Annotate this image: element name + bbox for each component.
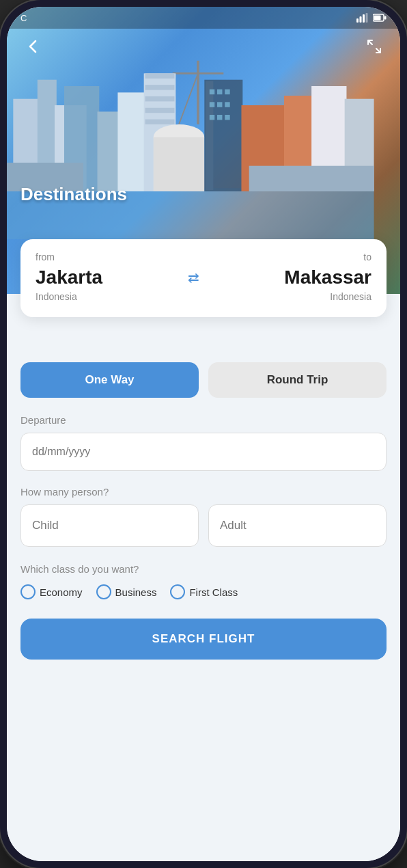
persons-label: How many person? <box>20 486 387 498</box>
child-input[interactable] <box>20 504 199 547</box>
svg-rect-21 <box>145 108 175 113</box>
to-country: Indonesia <box>330 291 371 302</box>
dest-labels-row: from to <box>36 252 371 262</box>
svg-rect-0 <box>356 18 359 23</box>
first-class-option[interactable]: First Class <box>170 584 238 599</box>
round-trip-button[interactable]: Round Trip <box>208 362 387 398</box>
svg-rect-39 <box>210 115 214 120</box>
business-option[interactable]: Business <box>96 584 157 599</box>
svg-rect-38 <box>225 102 229 107</box>
main-content: One Way Round Trip Departure How many pe… <box>7 349 400 861</box>
svg-rect-20 <box>145 96 175 101</box>
from-city: Jakarta <box>36 267 102 288</box>
svg-rect-35 <box>225 90 229 94</box>
first-class-radio[interactable] <box>170 584 185 599</box>
svg-rect-37 <box>217 102 222 107</box>
economy-label: Economy <box>40 586 83 598</box>
signal-icon <box>356 13 369 23</box>
svg-rect-6 <box>384 16 387 20</box>
svg-rect-32 <box>249 166 374 191</box>
economy-option[interactable]: Economy <box>20 584 83 599</box>
swap-button[interactable]: ⇄ <box>188 269 199 286</box>
svg-rect-1 <box>360 16 362 23</box>
trip-type-row: One Way Round Trip <box>20 362 387 398</box>
economy-radio[interactable] <box>20 584 36 599</box>
svg-rect-34 <box>217 90 222 94</box>
city-skyline <box>7 48 374 239</box>
svg-rect-40 <box>217 115 222 120</box>
svg-rect-18 <box>145 73 175 78</box>
svg-rect-2 <box>363 14 365 23</box>
phone-frame: C <box>0 0 407 868</box>
business-label: Business <box>115 586 157 598</box>
back-button[interactable] <box>20 34 45 59</box>
svg-rect-24 <box>154 137 205 191</box>
svg-rect-22 <box>145 120 175 124</box>
svg-line-13 <box>179 73 198 124</box>
business-radio[interactable] <box>96 584 111 599</box>
svg-rect-36 <box>210 102 214 107</box>
person-row <box>20 504 387 547</box>
from-label: from <box>36 252 55 262</box>
search-flight-button[interactable]: SEARCH FLIGHT <box>20 619 387 660</box>
dest-countries-row: Indonesia Indonesia <box>36 291 371 302</box>
svg-rect-19 <box>145 85 175 90</box>
status-icons <box>356 13 387 23</box>
hero-title: Destinations <box>20 184 127 205</box>
from-country: Indonesia <box>36 291 77 302</box>
departure-label: Departure <box>20 414 387 426</box>
first-class-label: First Class <box>189 586 238 598</box>
svg-rect-41 <box>225 115 229 120</box>
svg-rect-26 <box>206 81 213 191</box>
svg-rect-15 <box>98 111 120 191</box>
to-city: Makassar <box>284 267 371 288</box>
expand-button[interactable] <box>362 34 387 59</box>
status-bar: C <box>7 7 400 29</box>
svg-rect-5 <box>374 16 381 21</box>
status-time: C <box>20 13 27 23</box>
class-label: Which class do you want? <box>20 563 387 575</box>
departure-input[interactable] <box>20 433 387 471</box>
dest-cities-row: Jakarta ⇄ Makassar <box>36 267 371 288</box>
one-way-button[interactable]: One Way <box>20 362 199 398</box>
to-label: to <box>363 252 371 262</box>
svg-rect-16 <box>117 92 146 191</box>
battery-icon <box>373 14 387 22</box>
destination-card: from to Jakarta ⇄ Makassar Indonesia Ind… <box>20 239 387 317</box>
class-options: Economy Business First Class <box>20 584 387 599</box>
phone-screen: C <box>7 7 400 861</box>
svg-rect-3 <box>366 13 368 23</box>
adult-input[interactable] <box>208 504 387 547</box>
svg-rect-33 <box>210 90 214 94</box>
